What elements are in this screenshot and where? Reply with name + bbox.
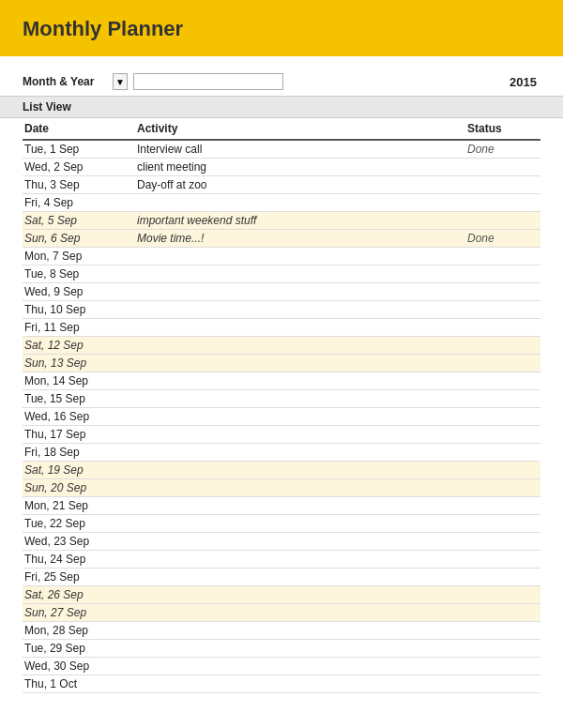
row-status [465,622,540,640]
row-status [465,604,540,622]
table-row: Sat, 26 Sep [23,586,540,604]
table-row: Sat, 19 Sep [23,462,540,479]
row-date: Thu, 10 Sep [23,301,135,319]
row-date: Wed, 30 Sep [23,658,135,675]
row-status [465,301,540,319]
table-row: Mon, 7 Sep [23,248,540,265]
month-year-input[interactable] [133,73,283,90]
row-activity [135,319,465,337]
table-row: Mon, 14 Sep [23,372,540,390]
year-display: 2015 [510,75,540,89]
table-row: Thu, 1 Oct [23,675,540,693]
row-date: Sun, 13 Sep [23,355,135,372]
row-activity [135,265,465,283]
row-date: Mon, 7 Sep [23,248,135,265]
row-date: Sat, 19 Sep [23,462,135,479]
row-date: Mon, 14 Sep [23,372,135,390]
row-activity: Day-off at zoo [135,176,465,194]
row-status [465,408,540,426]
row-status [465,283,540,301]
table-row: Tue, 1 SepInterview callDone [23,140,540,159]
row-date: Thu, 24 Sep [23,551,135,569]
row-activity [135,551,465,569]
row-status [465,640,540,658]
row-activity [135,426,465,444]
row-date: Sat, 5 Sep [23,212,135,230]
row-status [465,586,540,604]
row-activity [135,497,465,515]
row-date: Wed, 16 Sep [23,408,135,426]
table-row: Wed, 9 Sep [23,283,540,301]
controls-row: Month & Year ▼ 2015 [0,68,563,96]
row-activity [135,390,465,408]
row-status: Done [465,140,540,159]
row-activity: client meeting [135,159,465,176]
row-date: Tue, 8 Sep [23,265,135,283]
table-row: Thu, 24 Sep [23,551,540,569]
row-date: Fri, 25 Sep [23,569,135,586]
table-row: Thu, 17 Sep [23,426,540,444]
table-row: Wed, 2 Sepclient meeting [23,159,540,176]
table-row: Tue, 8 Sep [23,265,540,283]
row-date: Mon, 28 Sep [23,622,135,640]
row-date: Wed, 2 Sep [23,159,135,176]
row-date: Tue, 1 Sep [23,140,135,159]
row-status [465,675,540,693]
month-year-label: Month & Year [23,75,107,88]
row-date: Mon, 21 Sep [23,497,135,515]
row-activity [135,479,465,497]
table-row: Mon, 21 Sep [23,497,540,515]
planner-table: Date Activity Status Tue, 1 SepInterview… [23,118,540,693]
row-activity [135,658,465,675]
row-status [465,426,540,444]
row-date: Tue, 22 Sep [23,515,135,533]
table-row: Thu, 10 Sep [23,301,540,319]
table-row: Sun, 6 SepMovie time...!Done [23,230,540,248]
row-activity [135,675,465,693]
col-date: Date [23,118,135,140]
month-year-spinner[interactable]: ▼ [113,73,128,90]
row-date: Sat, 26 Sep [23,586,135,604]
table-row: Sat, 5 Sepimportant weekend stuff [23,212,540,230]
table-row: Thu, 3 SepDay-off at zoo [23,176,540,194]
planner-table-container: Date Activity Status Tue, 1 SepInterview… [0,118,563,693]
row-status [465,515,540,533]
page-title: Monthly Planner [23,17,540,41]
row-status [465,265,540,283]
col-activity: Activity [135,118,465,140]
row-activity [135,408,465,426]
row-status [465,658,540,675]
row-status [465,372,540,390]
row-status [465,212,540,230]
row-status [465,533,540,551]
table-row: Wed, 23 Sep [23,533,540,551]
table-row: Sat, 12 Sep [23,337,540,355]
row-activity [135,462,465,479]
table-row: Sun, 27 Sep [23,604,540,622]
row-status [465,479,540,497]
row-date: Sun, 6 Sep [23,230,135,248]
row-activity: important weekend stuff [135,212,465,230]
row-status [465,390,540,408]
row-date: Fri, 18 Sep [23,444,135,462]
row-status [465,444,540,462]
table-row: Tue, 22 Sep [23,515,540,533]
row-activity [135,337,465,355]
row-status [465,159,540,176]
table-row: Sun, 20 Sep [23,479,540,497]
row-date: Fri, 11 Sep [23,319,135,337]
row-status [465,569,540,586]
row-activity [135,283,465,301]
row-date: Sun, 20 Sep [23,479,135,497]
row-activity: Movie time...! [135,230,465,248]
row-date: Thu, 3 Sep [23,176,135,194]
row-activity [135,515,465,533]
table-row: Fri, 18 Sep [23,444,540,462]
row-date: Thu, 17 Sep [23,426,135,444]
row-activity [135,372,465,390]
row-activity [135,248,465,265]
row-activity [135,444,465,462]
table-row: Mon, 28 Sep [23,622,540,640]
table-row: Wed, 16 Sep [23,408,540,426]
table-row: Sun, 13 Sep [23,355,540,372]
